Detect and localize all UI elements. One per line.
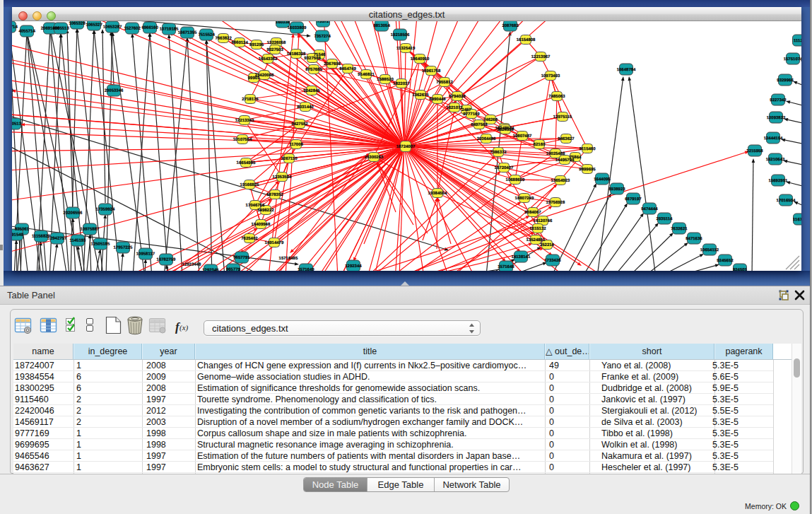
svg-text:1527602: 1527602 <box>124 26 141 30</box>
svg-text:130513: 130513 <box>12 122 22 126</box>
svg-text:19756928: 19756928 <box>546 200 565 204</box>
svg-text:10719185: 10719185 <box>160 27 179 31</box>
svg-text:12444154: 12444154 <box>764 136 783 140</box>
svg-text:965779: 965779 <box>226 267 241 271</box>
svg-text:19218506: 19218506 <box>391 33 410 37</box>
svg-text:11325419: 11325419 <box>396 46 416 50</box>
svg-text:2935114: 2935114 <box>656 216 673 221</box>
svg-text:18640910: 18640910 <box>411 57 430 61</box>
svg-text:6879197: 6879197 <box>625 197 642 201</box>
svg-text:10107554: 10107554 <box>233 137 252 141</box>
svg-text:1065328: 1065328 <box>69 21 86 25</box>
svg-text:7955812: 7955812 <box>436 80 453 84</box>
svg-text:25300263: 25300263 <box>365 155 384 159</box>
svg-text:16961758: 16961758 <box>422 69 441 73</box>
svg-text:14914479: 14914479 <box>265 240 284 245</box>
svg-text:160338: 160338 <box>276 21 290 24</box>
svg-text:1615132: 1615132 <box>529 226 546 230</box>
svg-text:99901: 99901 <box>248 76 260 80</box>
svg-text:252214: 252214 <box>540 243 555 247</box>
svg-text:924501: 924501 <box>733 267 748 271</box>
svg-text:15716485: 15716485 <box>279 256 298 260</box>
svg-text:2087682: 2087682 <box>502 23 519 28</box>
svg-text:2367608: 2367608 <box>324 62 341 66</box>
svg-text:14120746: 14120746 <box>534 218 553 223</box>
svg-text:8813054: 8813054 <box>373 23 390 28</box>
svg-text:1292344: 1292344 <box>345 264 362 268</box>
svg-text:8757685: 8757685 <box>305 67 322 71</box>
svg-text:15751074: 15751074 <box>784 57 801 61</box>
svg-text:16671355: 16671355 <box>178 30 197 35</box>
svg-text:3267110: 3267110 <box>281 156 298 160</box>
svg-text:1362615: 1362615 <box>412 93 429 97</box>
svg-text:10975887: 10975887 <box>81 227 100 231</box>
svg-text:1588520: 1588520 <box>377 77 394 81</box>
svg-text:73572: 73572 <box>317 21 329 23</box>
svg-text:9115460: 9115460 <box>579 146 596 151</box>
svg-text:7386372: 7386372 <box>490 150 507 154</box>
svg-text:20206556: 20206556 <box>64 211 83 215</box>
svg-text:19166825: 19166825 <box>240 182 259 187</box>
svg-text:8031440: 8031440 <box>297 105 314 109</box>
svg-text:3215958: 3215958 <box>746 148 763 153</box>
svg-text:12213967: 12213967 <box>531 54 551 59</box>
svg-text:15720407: 15720407 <box>495 165 514 170</box>
svg-text:5878352: 5878352 <box>266 192 283 197</box>
svg-text:8990448: 8990448 <box>429 97 446 101</box>
svg-text:9329966: 9329966 <box>777 78 794 82</box>
svg-text:9657791: 9657791 <box>233 255 250 259</box>
svg-text:17359924: 17359924 <box>96 207 115 211</box>
svg-text:12093822: 12093822 <box>767 115 786 119</box>
svg-text:18724007: 18724007 <box>396 144 416 148</box>
svg-text:12975115: 12975115 <box>553 115 572 119</box>
svg-text:20053346: 20053346 <box>105 88 124 93</box>
svg-text:17046766: 17046766 <box>246 203 265 207</box>
svg-text:18186328: 18186328 <box>287 52 306 56</box>
svg-text:7515524: 7515524 <box>198 33 215 37</box>
svg-text:9227342: 9227342 <box>770 98 787 102</box>
svg-text:7632621: 7632621 <box>671 226 688 230</box>
svg-text:12505185: 12505185 <box>91 242 110 246</box>
svg-text:1733426: 1733426 <box>544 258 561 262</box>
svg-text:10807487: 10807487 <box>513 134 532 138</box>
svg-text:62160: 62160 <box>534 142 546 146</box>
svg-text:9899695: 9899695 <box>579 167 596 171</box>
svg-text:3624554: 3624554 <box>497 127 514 132</box>
svg-text:2718176: 2718176 <box>242 97 259 101</box>
svg-text:5498222: 5498222 <box>257 208 274 212</box>
svg-text:9905513: 9905513 <box>52 26 69 30</box>
svg-text:9463627: 9463627 <box>558 136 575 141</box>
svg-text:16654985: 16654985 <box>237 160 256 165</box>
svg-text:13226058: 13226058 <box>267 40 286 45</box>
svg-text:16154808: 16154808 <box>517 37 536 42</box>
svg-text:835061: 835061 <box>15 227 30 231</box>
svg-text:10688609: 10688609 <box>506 177 525 182</box>
svg-text:16782759: 16782759 <box>157 257 176 262</box>
svg-text:6794028: 6794028 <box>449 94 466 98</box>
svg-text:9327503: 9327503 <box>266 47 283 52</box>
svg-text:7485063: 7485063 <box>548 94 565 98</box>
svg-text:1571648: 1571648 <box>498 264 514 269</box>
svg-text:16648784: 16648784 <box>617 67 636 71</box>
svg-text:14138141: 14138141 <box>512 255 531 259</box>
svg-text:4055714: 4055714 <box>18 29 35 33</box>
svg-text:7625402: 7625402 <box>241 236 258 240</box>
svg-text:10653287: 10653287 <box>103 25 122 29</box>
svg-text:16033809: 16033809 <box>288 25 307 30</box>
svg-text:10958117: 10958117 <box>136 252 155 256</box>
svg-text:16210643: 16210643 <box>766 157 785 161</box>
svg-text:8660124: 8660124 <box>231 40 248 45</box>
svg-text:12213343: 12213343 <box>235 118 254 122</box>
svg-text:13524851: 13524851 <box>526 238 546 242</box>
svg-text:11125: 11125 <box>794 38 801 42</box>
svg-text:(x): (x) <box>180 323 189 332</box>
svg-text:10025488: 10025488 <box>546 151 565 156</box>
svg-text:6497568: 6497568 <box>471 122 488 127</box>
svg-text:1644095: 1644095 <box>594 177 611 181</box>
svg-text:1571649: 1571649 <box>298 267 314 271</box>
svg-text:8471636: 8471636 <box>686 236 702 240</box>
svg-text:15409948: 15409948 <box>252 222 271 226</box>
svg-text:891295: 891295 <box>249 42 264 47</box>
svg-text:18807249: 18807249 <box>515 196 534 200</box>
svg-text:20364486: 20364486 <box>477 136 496 141</box>
